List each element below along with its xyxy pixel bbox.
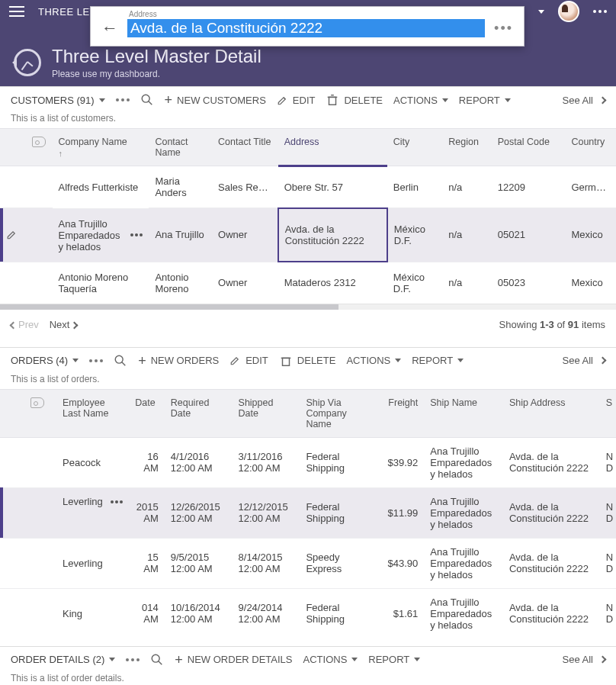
order-details-section: ORDER DETAILS (2) +NEW ORDER DETAILS ACT… bbox=[0, 646, 616, 686]
svg-point-0 bbox=[142, 95, 149, 102]
edit-customers-button[interactable]: EDIT bbox=[277, 95, 316, 106]
table-row[interactable]: Leverling15 AM9/5/2015 12:00 AM8/14/2015… bbox=[0, 538, 616, 588]
back-arrow-icon[interactable]: ← bbox=[101, 18, 118, 38]
table-row[interactable]: Ana Trujillo Emparedados y heladosAna Tr… bbox=[0, 208, 616, 262]
svg-point-10 bbox=[152, 654, 160, 662]
customers-seeall-link[interactable]: See All bbox=[563, 95, 605, 106]
customers-table: Company Name↑ Contact Name Contact Title… bbox=[0, 128, 616, 304]
orders-title[interactable]: ORDERS (4) bbox=[11, 355, 79, 366]
search-more-icon[interactable]: ••• bbox=[494, 21, 513, 37]
delete-orders-button[interactable]: DELETE bbox=[279, 354, 336, 368]
customers-horizontal-scrollbar[interactable] bbox=[0, 304, 616, 310]
orderdetails-toolbar: ORDER DETAILS (2) +NEW ORDER DETAILS ACT… bbox=[0, 647, 616, 673]
customers-title[interactable]: CUSTOMERS (91) bbox=[11, 95, 105, 106]
orders-report-menu[interactable]: REPORT bbox=[412, 355, 464, 366]
orderdetails-report-menu[interactable]: REPORT bbox=[368, 654, 420, 665]
address-search-popover: Address ← ••• bbox=[90, 6, 525, 47]
col-address[interactable]: Address bbox=[278, 129, 387, 166]
orderdetails-actions-menu[interactable]: ACTIONS bbox=[303, 654, 358, 665]
orderdetails-description: This is a list of order details. bbox=[0, 673, 616, 686]
svg-rect-8 bbox=[282, 358, 289, 365]
customers-toolbar: CUSTOMERS (91) +NEW CUSTOMERS EDIT DELET… bbox=[0, 87, 616, 113]
col-shipaddr[interactable]: Ship Address bbox=[503, 389, 600, 437]
row-more-icon[interactable] bbox=[130, 233, 143, 236]
orderdetails-title[interactable]: ORDER DETAILS (2) bbox=[11, 654, 115, 665]
page-title: Three Level Master Detail bbox=[52, 46, 261, 67]
table-row[interactable]: Peacock16 AM4/1/2016 12:00 AM3/11/2016 1… bbox=[0, 437, 616, 487]
customers-search-icon[interactable] bbox=[140, 93, 154, 107]
col-s[interactable]: S bbox=[600, 389, 616, 437]
history-icon[interactable] bbox=[14, 49, 41, 76]
prev-page-button[interactable]: Prev bbox=[11, 319, 39, 330]
orderdetails-search-icon[interactable] bbox=[150, 653, 164, 667]
col-employee[interactable]: Employee Last Name bbox=[56, 389, 129, 437]
avatar[interactable] bbox=[558, 1, 579, 22]
table-row[interactable]: Alfreds FutterkisteMaria AndersSales Rep… bbox=[0, 166, 616, 208]
col-freight[interactable]: Freight bbox=[374, 389, 425, 437]
select-all[interactable] bbox=[26, 129, 52, 166]
address-search-input[interactable] bbox=[127, 19, 485, 37]
col-contact-name[interactable]: Contact Name bbox=[149, 129, 212, 166]
orders-search-icon[interactable] bbox=[114, 354, 127, 368]
search-field-label: Address bbox=[91, 7, 524, 18]
orders-seeall-link[interactable]: See All bbox=[563, 355, 605, 366]
col-date[interactable]: Date bbox=[129, 389, 165, 437]
app-header: THREE LEVE Three Level Master Detail Ple… bbox=[0, 0, 616, 86]
col-contact-title[interactable]: Contact Title bbox=[212, 129, 278, 166]
col-shipped[interactable]: Shipped Date bbox=[233, 389, 300, 437]
col-required[interactable]: Required Date bbox=[165, 389, 233, 437]
new-customers-button[interactable]: +NEW CUSTOMERS bbox=[165, 93, 266, 107]
svg-line-1 bbox=[148, 101, 152, 105]
delete-customers-button[interactable]: DELETE bbox=[326, 93, 383, 107]
new-orders-button[interactable]: +NEW ORDERS bbox=[138, 354, 219, 368]
page-subtitle: Please use my dashboard. bbox=[52, 69, 261, 79]
menu-icon[interactable] bbox=[9, 6, 24, 17]
col-city[interactable]: City bbox=[387, 129, 443, 166]
svg-line-11 bbox=[159, 661, 162, 664]
orderdetails-seeall-link[interactable]: See All bbox=[563, 654, 605, 665]
svg-point-6 bbox=[115, 355, 123, 363]
table-row[interactable]: King014 AM10/16/2014 12:00 AM9/24/2014 1… bbox=[0, 588, 616, 638]
customers-more-icon[interactable] bbox=[116, 98, 130, 101]
col-postal[interactable]: Postal Code bbox=[492, 129, 566, 166]
svg-line-2 bbox=[284, 97, 285, 98]
customers-report-menu[interactable]: REPORT bbox=[459, 95, 511, 106]
customers-description: This is a list of customers. bbox=[0, 113, 616, 128]
customers-section: CUSTOMERS (91) +NEW CUSTOMERS EDIT DELET… bbox=[0, 86, 616, 339]
orders-section: ORDERS (4) +NEW ORDERS EDIT DELETE ACTIO… bbox=[0, 347, 616, 638]
app-switch-caret-icon[interactable] bbox=[538, 10, 544, 14]
page-title-block: Three Level Master Detail Please use my … bbox=[14, 46, 261, 79]
next-page-button[interactable]: Next bbox=[50, 319, 78, 330]
orderdetails-more-icon[interactable] bbox=[126, 658, 140, 661]
col-company[interactable]: Company Name↑ bbox=[53, 129, 149, 166]
orders-table: Employee Last Name Date Required Date Sh… bbox=[0, 389, 616, 638]
customers-pager: Prev Next Showing 1-3 of 91 items bbox=[0, 310, 616, 339]
pager-info: Showing 1-3 of 91 items bbox=[499, 319, 606, 330]
orders-more-icon[interactable] bbox=[89, 359, 103, 362]
row-more-icon[interactable] bbox=[111, 500, 123, 503]
col-region[interactable]: Region bbox=[442, 129, 491, 166]
new-orderdetails-button[interactable]: +NEW ORDER DETAILS bbox=[175, 653, 292, 667]
orders-toolbar: ORDERS (4) +NEW ORDERS EDIT DELETE ACTIO… bbox=[0, 348, 616, 374]
orders-actions-menu[interactable]: ACTIONS bbox=[346, 355, 401, 366]
orders-description: This is a list of orders. bbox=[0, 374, 616, 389]
table-row[interactable]: Antonio Moreno TaqueríaAntonio MorenoOwn… bbox=[0, 262, 616, 304]
svg-rect-3 bbox=[329, 97, 336, 105]
col-shipvia[interactable]: Ship Via Company Name bbox=[300, 389, 374, 437]
more-icon[interactable] bbox=[593, 10, 607, 13]
orders-select-all[interactable] bbox=[24, 389, 56, 437]
svg-line-7 bbox=[122, 362, 126, 365]
col-country[interactable]: Country bbox=[565, 129, 616, 166]
customers-actions-menu[interactable]: ACTIONS bbox=[393, 95, 448, 106]
edit-orders-button[interactable]: EDIT bbox=[229, 355, 268, 366]
table-row[interactable]: Leverling2015 AM12/26/2015 12:00 AM12/12… bbox=[0, 487, 616, 538]
col-shipname[interactable]: Ship Name bbox=[424, 389, 503, 437]
